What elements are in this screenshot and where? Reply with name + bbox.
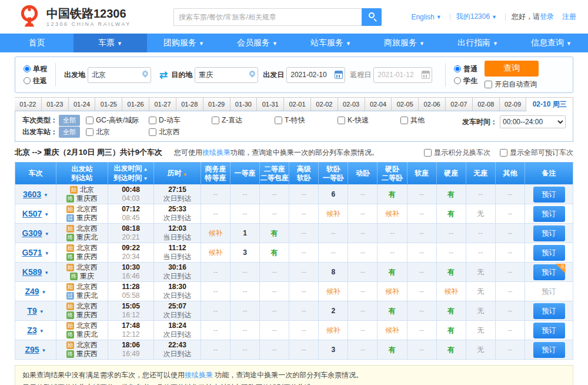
train-type-option[interactable]: K-快速 (338, 115, 400, 125)
date-tab[interactable]: 02-03 (338, 97, 365, 111)
column-header[interactable]: 出发时间▲到达时间▼ (108, 162, 154, 185)
nav-item[interactable]: 车票 ▼ (74, 34, 147, 52)
nav-item[interactable]: 首页 ▼ (0, 34, 74, 52)
transfer-link[interactable]: 接续换乘 (202, 148, 230, 157)
nav-item[interactable]: 信息查询 ▼ (514, 34, 588, 52)
train-number-link[interactable]: G571 (22, 248, 42, 257)
train-type-checkbox[interactable] (212, 117, 219, 124)
depart-station-option[interactable]: 北京 (86, 127, 149, 137)
my12306-link[interactable]: 我的12306 (456, 12, 490, 22)
train-number-link[interactable]: Z3 (27, 326, 36, 335)
book-button[interactable]: 预订 (533, 342, 565, 358)
train-type-all-badge[interactable]: 全部 (59, 115, 80, 126)
register-link[interactable]: 注册 (562, 12, 576, 22)
nav-item[interactable]: 会员服务 ▼ (220, 34, 294, 52)
show-points-trains-checkbox[interactable] (424, 149, 432, 157)
sort-arrow-icon[interactable]: ▲ (143, 167, 148, 172)
book-button[interactable]: 预订 (533, 206, 565, 222)
train-number-link[interactable]: K507 (22, 209, 42, 218)
depart-station-all-badge[interactable]: 全部 (59, 127, 80, 138)
date-tab[interactable]: 02-08 (473, 97, 500, 111)
date-tab[interactable]: 02-06 (419, 97, 446, 111)
depart-station-checkbox[interactable] (149, 128, 156, 136)
book-button[interactable]: 预订 (533, 225, 565, 241)
train-type-option[interactable]: 其他 (400, 115, 463, 125)
train-number-link[interactable]: Z95 (25, 345, 39, 354)
book-button[interactable]: 预订 (533, 245, 565, 261)
expand-caret-icon[interactable]: ▼ (45, 231, 49, 237)
book-button[interactable]: 预订 (533, 323, 565, 338)
trip-type-option[interactable]: 往返 (24, 76, 47, 86)
auto-query-option[interactable]: 开启自动查询 (485, 79, 537, 89)
book-button[interactable]: 预订 (533, 303, 565, 319)
to-city-input[interactable] (195, 67, 258, 83)
swap-stations-button[interactable]: ⇄ (159, 70, 168, 80)
show-bookable-trains-checkbox[interactable] (500, 149, 507, 157)
train-type-checkbox[interactable] (400, 117, 408, 124)
expand-caret-icon[interactable]: ▼ (39, 309, 44, 314)
site-search-input[interactable] (173, 8, 362, 26)
trip-type-option[interactable]: 单程 (24, 64, 47, 74)
date-tab[interactable]: 02-04 (365, 97, 392, 111)
query-button[interactable]: 查询 (485, 61, 539, 77)
site-search-button[interactable] (362, 8, 382, 26)
calendar-icon[interactable] (335, 71, 343, 79)
date-tab[interactable]: 01-28 (176, 97, 203, 111)
date-tab[interactable]: 01-24 (69, 97, 96, 111)
passenger-type-option[interactable]: 普通 (454, 64, 477, 74)
passenger-type-option[interactable]: 学生 (454, 76, 477, 86)
train-type-option[interactable]: Z-直达 (212, 115, 275, 125)
transfer-link[interactable]: 接续换乘 (185, 371, 213, 379)
show-points-trains-option[interactable]: 显示积分兑换车次 (424, 148, 490, 158)
date-tab[interactable]: 01-27 (149, 97, 176, 111)
depart-station-option[interactable]: 北京西 (149, 127, 212, 137)
date-tab[interactable]: 01-26 (122, 97, 149, 111)
nav-item[interactable]: 商旅服务 ▼ (368, 34, 441, 52)
train-number-link[interactable]: K589 (22, 267, 42, 277)
from-city-input[interactable] (88, 67, 151, 83)
expand-caret-icon[interactable]: ▼ (42, 290, 46, 295)
book-button[interactable]: 预订兑 (533, 264, 565, 280)
date-tab[interactable]: 01-29 (203, 97, 230, 111)
train-type-checkbox[interactable] (338, 117, 345, 124)
login-link[interactable]: 登录 (540, 12, 554, 22)
depart-station-checkbox[interactable] (86, 128, 93, 136)
expand-caret-icon[interactable]: ▼ (44, 212, 49, 217)
nav-item[interactable]: 出行指南 ▼ (441, 34, 514, 52)
train-type-option[interactable]: T-特快 (275, 115, 338, 125)
expand-caret-icon[interactable]: ▼ (42, 348, 46, 353)
expand-caret-icon[interactable]: ▼ (44, 192, 48, 198)
expand-caret-icon[interactable]: ▼ (39, 328, 44, 334)
date-tab[interactable]: 02-01 (284, 97, 311, 111)
sort-arrow-icon[interactable]: ▲ (183, 171, 188, 177)
train-type-checkbox[interactable] (149, 117, 156, 124)
train-type-option[interactable]: GC-高铁/城际 (86, 115, 149, 125)
date-tab[interactable]: 01-31 (257, 97, 284, 111)
expand-caret-icon[interactable]: ▼ (44, 270, 49, 276)
passenger-type-radio[interactable] (454, 65, 461, 72)
auto-query-checkbox[interactable] (485, 81, 492, 88)
date-tab[interactable]: 02-05 (392, 97, 419, 111)
date-tab[interactable]: 01-25 (95, 97, 122, 111)
train-number-link[interactable]: Z49 (25, 287, 39, 296)
sort-arrow-icon[interactable]: ▼ (143, 176, 148, 181)
column-header[interactable]: 历时▲ (154, 162, 201, 185)
train-number-link[interactable]: 3603 (23, 190, 41, 199)
train-type-checkbox[interactable] (86, 117, 93, 124)
date-tab[interactable]: 01-22 (15, 97, 42, 111)
date-tab[interactable]: 02-07 (446, 97, 473, 111)
nav-item[interactable]: 站车服务 ▼ (294, 34, 368, 52)
date-tab[interactable]: 02-02 (311, 97, 338, 111)
train-number-link[interactable]: T9 (27, 306, 36, 316)
train-type-checkbox[interactable] (275, 117, 282, 124)
date-tab[interactable]: 01-23 (42, 97, 69, 111)
book-button[interactable]: 预订 (533, 187, 565, 203)
show-bookable-trains-option[interactable]: 显示全部可预订车次 (500, 148, 573, 158)
nav-item[interactable]: 团购服务 ▼ (147, 34, 220, 52)
trip-type-radio[interactable] (24, 77, 31, 84)
depart-time-select[interactable]: 00:00--24:00 (500, 115, 566, 128)
trip-type-radio[interactable] (24, 65, 31, 72)
expand-caret-icon[interactable]: ▼ (45, 251, 49, 256)
date-tab[interactable]: 02-09 (500, 97, 527, 111)
date-tab[interactable]: 02-10 周三 (526, 97, 573, 111)
